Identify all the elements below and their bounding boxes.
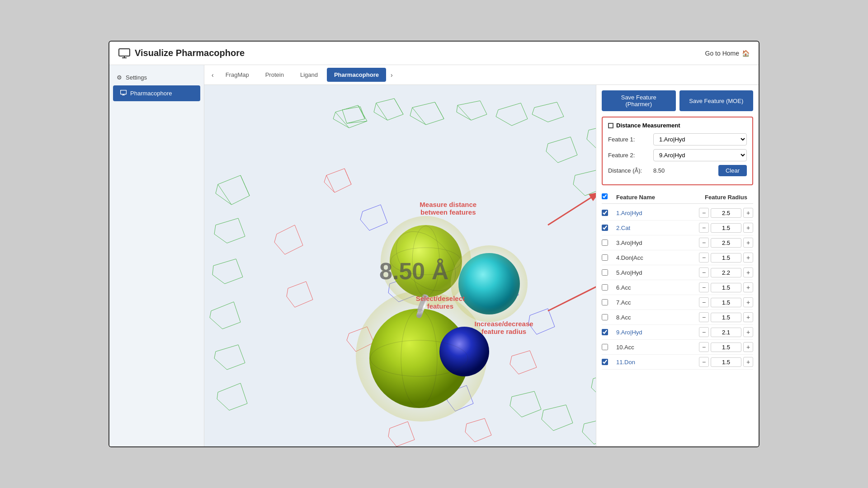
svg-line-30 <box>326 175 335 192</box>
radius-increase-5[interactable]: + <box>743 282 753 292</box>
radius-control-1: −1.5+ <box>699 223 753 233</box>
radius-control-9: −1.5+ <box>699 342 753 352</box>
radius-decrease-0[interactable]: − <box>699 208 709 218</box>
distance-title-text: Distance Measurement <box>616 122 680 129</box>
feature-row: 7.Acc−1.5+ <box>602 295 753 310</box>
radius-increase-4[interactable]: + <box>743 267 753 277</box>
svg-marker-33 <box>287 282 313 307</box>
feature-checkbox-0[interactable] <box>602 210 608 216</box>
tab-ligand[interactable]: Ligand <box>293 68 325 82</box>
radius-control-2: −2.5+ <box>699 238 753 248</box>
radius-control-6: −1.5+ <box>699 297 753 307</box>
radius-increase-9[interactable]: + <box>743 342 753 352</box>
radius-decrease-3[interactable]: − <box>699 253 709 263</box>
feature-check-cell <box>602 269 616 276</box>
content-area: ‹ FragMap Protein Ligand Pharmacophore › <box>204 65 759 446</box>
radius-increase-3[interactable]: + <box>743 253 753 263</box>
feature-checkbox-8[interactable] <box>602 329 608 335</box>
feature-name-0: 1.Aro|Hyd <box>616 210 699 216</box>
radius-decrease-5[interactable]: − <box>699 282 709 292</box>
go-home-label: Go to Home <box>705 50 739 57</box>
radius-increase-0[interactable]: + <box>743 208 753 218</box>
feature-checkbox-3[interactable] <box>602 254 608 261</box>
nav-next-button[interactable]: › <box>388 70 396 80</box>
feature1-row: Feature 1: 1.Aro|Hyd <box>608 133 747 145</box>
tab-protein[interactable]: Protein <box>258 68 291 82</box>
save-pharmer-button[interactable]: Save Feature (Pharmer) <box>602 90 676 111</box>
radius-increase-10[interactable]: + <box>743 357 753 367</box>
svg-marker-42 <box>528 309 555 334</box>
tab-fragmap[interactable]: FragMap <box>218 68 256 82</box>
save-moe-button[interactable]: Save Feature (MOE) <box>679 90 754 111</box>
radius-increase-6[interactable]: + <box>743 297 753 307</box>
svg-marker-36 <box>510 351 537 374</box>
distance-value: 8.50 <box>653 167 715 174</box>
feature-name-8: 9.Aro|Hyd <box>616 329 699 336</box>
feature-checkbox-1[interactable] <box>602 225 608 231</box>
radius-value-3: 1.5 <box>711 253 741 263</box>
radius-increase-8[interactable]: + <box>743 327 753 337</box>
radius-decrease-2[interactable]: − <box>699 238 709 248</box>
radius-decrease-10[interactable]: − <box>699 357 709 367</box>
nav-prev-button[interactable]: ‹ <box>209 70 217 80</box>
feature-checkbox-9[interactable] <box>602 344 608 350</box>
feature1-label: Feature 1: <box>608 136 653 143</box>
feature-checkbox-4[interactable] <box>602 269 608 276</box>
toolbar-buttons: Save Feature (Pharmer) Save Feature (MOE… <box>602 90 753 111</box>
select-all-checkbox[interactable] <box>602 193 608 199</box>
feature-name-header: Feature Name <box>616 194 699 201</box>
svg-marker-48 <box>546 137 577 163</box>
feature-check-cell <box>602 239 616 246</box>
sidebar-pharmacophore-label: Pharmacophore <box>130 90 172 97</box>
radius-value-6: 1.5 <box>711 298 741 307</box>
radius-decrease-8[interactable]: − <box>699 327 709 337</box>
feature-name-2: 3.Aro|Hyd <box>616 239 699 246</box>
feature-name-10: 11.Don <box>616 359 699 366</box>
svg-marker-14 <box>410 102 444 125</box>
sidebar-settings-label: Settings <box>126 74 147 81</box>
svg-line-13 <box>394 99 403 114</box>
svg-marker-17 <box>457 101 487 120</box>
features-header: Feature Name Feature Radius <box>602 191 753 204</box>
distance-measurement-title: Distance Measurement <box>608 122 747 129</box>
clear-button[interactable]: Clear <box>718 165 747 176</box>
radius-decrease-7[interactable]: − <box>699 312 709 322</box>
radius-control-3: −1.5+ <box>699 253 753 263</box>
gear-icon: ⚙ <box>117 74 122 81</box>
radius-control-10: −1.5+ <box>699 357 753 367</box>
feature-check-cell <box>602 254 616 261</box>
tab-pharmacophore[interactable]: Pharmacophore <box>327 68 386 82</box>
radius-decrease-1[interactable]: − <box>699 223 709 233</box>
svg-marker-46 <box>510 391 541 417</box>
svg-marker-21 <box>216 175 250 205</box>
radius-value-2: 2.5 <box>711 238 741 248</box>
svg-line-18 <box>458 105 471 120</box>
sidebar-item-pharmacophore[interactable]: Pharmacophore <box>113 85 200 101</box>
radius-value-4: 2.2 <box>711 268 741 277</box>
radius-increase-1[interactable]: + <box>743 223 753 233</box>
svg-marker-37 <box>465 418 491 442</box>
feature-row: 5.Aro|Hyd−2.2+ <box>602 265 753 280</box>
radius-value-5: 1.5 <box>711 283 741 292</box>
radius-increase-7[interactable]: + <box>743 312 753 322</box>
radius-decrease-4[interactable]: − <box>699 267 709 277</box>
feature-checkbox-2[interactable] <box>602 239 608 246</box>
svg-rect-3 <box>121 90 127 94</box>
feature1-select[interactable]: 1.Aro|Hyd <box>653 133 747 145</box>
svg-line-8 <box>335 112 349 128</box>
feature-row: 9.Aro|Hyd−2.1+ <box>602 325 753 340</box>
feature-checkbox-6[interactable] <box>602 299 608 305</box>
sidebar-item-settings[interactable]: ⚙ Settings <box>109 70 204 85</box>
svg-marker-27 <box>214 345 245 370</box>
radius-decrease-6[interactable]: − <box>699 297 709 307</box>
viz-area[interactable]: 8.50 Å Measure distance between features… <box>204 85 596 446</box>
go-home-button[interactable]: Go to Home 🏠 <box>705 50 750 57</box>
feature-checkbox-5[interactable] <box>602 284 608 291</box>
feature-checkbox-7[interactable] <box>602 314 608 320</box>
feature2-select[interactable]: 9.Aro|Hyd <box>653 149 747 161</box>
features-scroll-area[interactable]: 1.Aro|Hyd−2.5+2.Cat−1.5+3.Aro|Hyd−2.5+4.… <box>602 206 753 370</box>
app-title: Visualize Pharmacophore <box>135 48 245 58</box>
radius-decrease-9[interactable]: − <box>699 342 709 352</box>
radius-increase-2[interactable]: + <box>743 238 753 248</box>
feature-checkbox-10[interactable] <box>602 359 608 365</box>
